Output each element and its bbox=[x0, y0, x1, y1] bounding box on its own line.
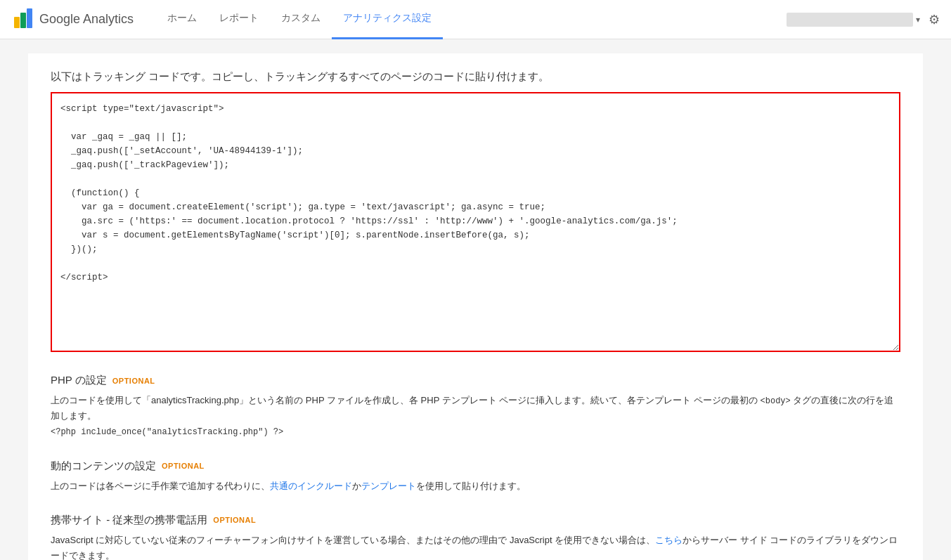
settings-gear-icon[interactable]: ⚙ bbox=[929, 12, 940, 27]
dynamic-body-text-3: を使用して貼り付けます。 bbox=[416, 481, 526, 491]
php-body-text-1: 上のコードを使用して「analyticsTracking.php」という名前の … bbox=[51, 395, 761, 405]
php-section: PHP の設定 OPTIONAL 上のコードを使用して「analyticsTra… bbox=[51, 374, 900, 440]
logo-text: Google Analytics bbox=[39, 12, 134, 27]
svg-rect-2 bbox=[27, 8, 32, 28]
main-nav: ホーム レポート カスタム アナリティクス設定 bbox=[156, 0, 787, 39]
php-title-text: PHP の設定 bbox=[51, 374, 107, 387]
app-header: Google Analytics ホーム レポート カスタム アナリティクス設定… bbox=[0, 0, 951, 39]
dynamic-body-text-1: 上のコードは各ページに手作業で追加する代わりに、 bbox=[51, 481, 270, 491]
dynamic-section: 動的コンテンツの設定 OPTIONAL 上のコードは各ページに手作業で追加する代… bbox=[51, 460, 900, 494]
dynamic-section-title: 動的コンテンツの設定 OPTIONAL bbox=[51, 460, 900, 473]
ga-logo-icon bbox=[11, 8, 34, 31]
mobile-section: 携帯サイト - 従来型の携帯電話用 OPTIONAL JavaScript に対… bbox=[51, 514, 900, 560]
dynamic-title-text: 動的コンテンツの設定 bbox=[51, 460, 156, 473]
php-section-title: PHP の設定 OPTIONAL bbox=[51, 374, 900, 387]
php-code-line: <?php include_once("analyticsTracking.ph… bbox=[51, 427, 283, 437]
svg-rect-0 bbox=[14, 17, 20, 28]
dynamic-optional-badge: OPTIONAL bbox=[162, 462, 205, 470]
mobile-section-body: JavaScript に対応していない従来のフィーチャーフォン向けサイトを運営し… bbox=[51, 533, 900, 560]
nav-custom[interactable]: カスタム bbox=[270, 0, 332, 39]
account-dropdown-arrow[interactable]: ▾ bbox=[916, 15, 920, 25]
php-section-body: 上のコードを使用して「analyticsTracking.php」という名前の … bbox=[51, 393, 900, 440]
account-name-placeholder bbox=[787, 13, 913, 27]
nav-analytics-settings[interactable]: アナリティクス設定 bbox=[332, 0, 443, 39]
instruction-text: 以下はトラッキング コードです。コピーし、トラッキングするすべてのページのコード… bbox=[51, 70, 900, 84]
php-body-code: <body> bbox=[761, 396, 791, 406]
dynamic-template-link[interactable]: テンプレート bbox=[361, 481, 416, 491]
mobile-section-title: 携帯サイト - 従来型の携帯電話用 OPTIONAL bbox=[51, 514, 900, 527]
dynamic-body-text-2: か bbox=[352, 481, 361, 491]
tracking-code-textarea[interactable] bbox=[51, 92, 900, 352]
dynamic-include-link[interactable]: 共通のインクルード bbox=[270, 481, 352, 491]
svg-rect-1 bbox=[20, 13, 26, 28]
header-right: ▾ ⚙ bbox=[787, 12, 940, 27]
mobile-download-link[interactable]: こちら bbox=[655, 535, 682, 545]
mobile-title-text: 携帯サイト - 従来型の携帯電話用 bbox=[51, 514, 207, 527]
account-selector[interactable]: ▾ bbox=[787, 13, 920, 27]
nav-home[interactable]: ホーム bbox=[156, 0, 208, 39]
dynamic-section-body: 上のコードは各ページに手作業で追加する代わりに、共通のインクルードかテンプレート… bbox=[51, 478, 900, 494]
main-content: 以下はトラッキング コードです。コピーし、トラッキングするすべてのページのコード… bbox=[0, 39, 951, 560]
inner-content: 以下はトラッキング コードです。コピーし、トラッキングするすべてのページのコード… bbox=[28, 53, 923, 560]
logo-area: Google Analytics bbox=[11, 8, 134, 31]
mobile-optional-badge: OPTIONAL bbox=[213, 516, 256, 524]
php-optional-badge: OPTIONAL bbox=[112, 377, 155, 385]
nav-reports[interactable]: レポート bbox=[208, 0, 270, 39]
mobile-body-text-1: JavaScript に対応していない従来のフィーチャーフォン向けサイトを運営し… bbox=[51, 535, 655, 545]
